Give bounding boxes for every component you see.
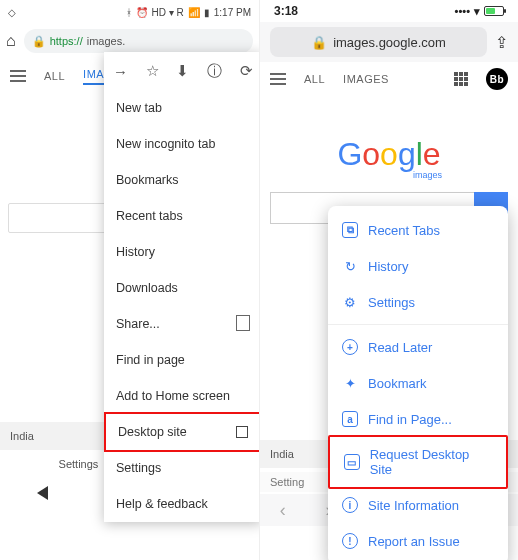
sheet-history[interactable]: ↻ History: [328, 248, 508, 284]
ios-status-bar: 3:18 •••• ▾: [260, 0, 518, 22]
nav-back-icon[interactable]: ‹: [280, 500, 286, 521]
alarm-icon: ⏰: [136, 7, 148, 18]
menu-recent-tabs[interactable]: Recent tabs: [104, 198, 260, 234]
find-icon: a: [342, 411, 358, 427]
logo-g: G: [337, 136, 362, 172]
copy-icon: [238, 317, 250, 331]
logo-l: l: [416, 136, 423, 172]
url-bar[interactable]: 🔒 https://images.: [24, 29, 253, 53]
star-icon[interactable]: ☆: [146, 62, 159, 80]
google-tabs: ALL IMAGES Bb: [260, 62, 518, 96]
ios-toolbar: 🔒 images.google.com ⇪: [260, 22, 518, 62]
menu-bookmarks[interactable]: Bookmarks: [104, 162, 260, 198]
url-rest: images.: [87, 35, 126, 47]
tab-all[interactable]: ALL: [304, 73, 325, 85]
sensor-icon: ◇: [8, 7, 16, 18]
sheet-read-later[interactable]: + Read Later: [328, 324, 508, 365]
apps-grid-icon[interactable]: [454, 72, 468, 86]
menu-add-home[interactable]: Add to Home screen: [104, 378, 260, 414]
menu-incognito[interactable]: New incognito tab: [104, 126, 260, 162]
menu-desktop-site[interactable]: Desktop site: [104, 412, 260, 452]
lock-icon: 🔒: [32, 35, 46, 48]
status-time: 1:17 PM: [214, 7, 251, 18]
download-icon[interactable]: ⬇: [176, 62, 189, 80]
info-icon: i: [342, 497, 358, 513]
alert-icon: !: [342, 533, 358, 549]
wifi-icon: ▾: [474, 5, 480, 18]
chrome-action-sheet: ⧉ Recent Tabs ↻ History ⚙ Settings + Rea…: [328, 206, 508, 560]
menu-help[interactable]: Help & feedback: [104, 486, 260, 522]
ios-phone: 3:18 •••• ▾ 🔒 images.google.com ⇪ ALL IM…: [260, 0, 518, 560]
gear-icon: ⚙: [342, 294, 358, 310]
reload-icon[interactable]: ⟳: [240, 62, 253, 80]
sheet-site-info[interactable]: i Site Information: [328, 487, 508, 523]
bluetooth-icon: ᚼ: [126, 7, 132, 18]
menu-new-tab[interactable]: New tab: [104, 90, 260, 126]
sheet-settings[interactable]: ⚙ Settings: [328, 284, 508, 320]
forward-icon[interactable]: →: [113, 63, 128, 80]
android-status-bar: ◇ ᚼ ⏰ HD ▾ R 📶 ▮ 1:17 PM: [0, 0, 259, 24]
hd-icon: HD ▾ R: [152, 7, 184, 18]
android-phone: ◇ ᚼ ⏰ HD ▾ R 📶 ▮ 1:17 PM ⌂ 🔒 https://ima…: [0, 0, 260, 560]
logo-g2: g: [398, 136, 416, 172]
status-time: 3:18: [274, 4, 298, 18]
sheet-request-desktop[interactable]: ▭ Request Desktop Site: [328, 435, 508, 489]
sheet-recent-tabs[interactable]: ⧉ Recent Tabs: [328, 212, 508, 248]
home-icon[interactable]: ⌂: [6, 32, 16, 50]
share-icon[interactable]: ⇪: [495, 33, 508, 52]
plus-icon: +: [342, 339, 358, 355]
info-icon[interactable]: ⓘ: [207, 62, 222, 81]
menu-history[interactable]: History: [104, 234, 260, 270]
google-logo: Google: [260, 136, 518, 173]
url-text: images.google.com: [333, 35, 446, 50]
nav-back-icon[interactable]: [37, 486, 48, 500]
logo-o2: o: [380, 136, 398, 172]
logo-o1: o: [362, 136, 380, 172]
menu-share[interactable]: Share...: [104, 306, 260, 342]
chrome-overflow-menu: → ☆ ⬇ ⓘ ⟳ New tab New incognito tab Book…: [104, 52, 260, 522]
sheet-report-issue[interactable]: ! Report an Issue: [328, 523, 508, 559]
lock-icon: 🔒: [311, 35, 327, 50]
hamburger-icon[interactable]: [10, 70, 26, 82]
avatar[interactable]: Bb: [486, 68, 508, 90]
menu-find-in-page[interactable]: Find in page: [104, 342, 260, 378]
desktop-icon: ▭: [344, 454, 360, 470]
url-https: https://: [50, 35, 83, 47]
wifi-icon: 📶: [188, 7, 200, 18]
menu-settings[interactable]: Settings: [104, 450, 260, 486]
sheet-find-in-page[interactable]: a Find in Page...: [328, 401, 508, 437]
logo-e: e: [423, 136, 441, 172]
checkbox-icon[interactable]: [236, 426, 248, 438]
tab-all[interactable]: ALL: [44, 70, 65, 82]
recent-tabs-icon: ⧉: [342, 222, 358, 238]
hamburger-icon[interactable]: [270, 73, 286, 85]
history-icon: ↻: [342, 258, 358, 274]
battery-icon: [484, 6, 504, 16]
menu-downloads[interactable]: Downloads: [104, 270, 260, 306]
tab-images[interactable]: IMAGES: [343, 73, 389, 85]
url-bar[interactable]: 🔒 images.google.com: [270, 27, 487, 57]
battery-icon: ▮: [204, 7, 210, 18]
footer-settings[interactable]: Settings: [59, 458, 99, 470]
star-icon: ✦: [342, 375, 358, 391]
menu-icon-row: → ☆ ⬇ ⓘ ⟳: [104, 52, 260, 90]
cell-dots-icon: ••••: [455, 5, 470, 17]
sheet-bookmark[interactable]: ✦ Bookmark: [328, 365, 508, 401]
